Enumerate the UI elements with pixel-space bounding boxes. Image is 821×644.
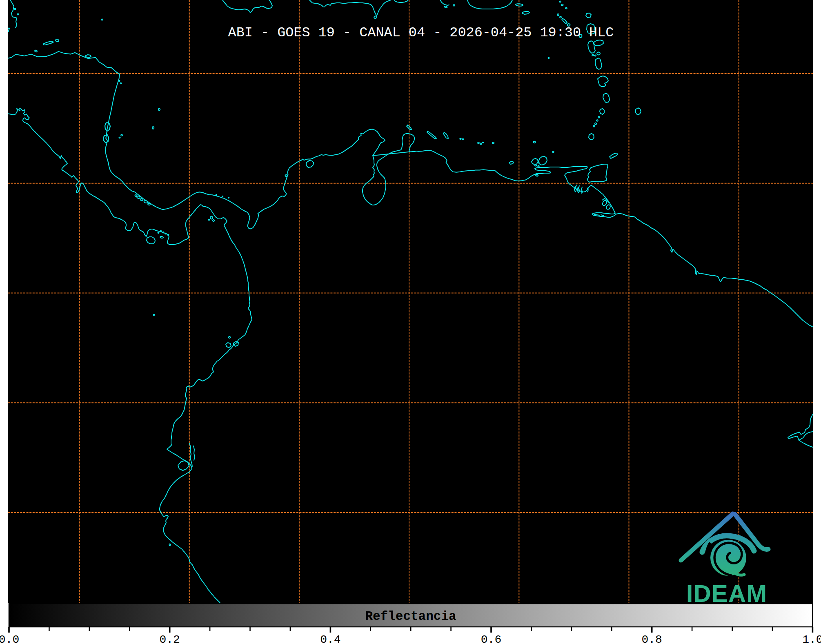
svg-text:0.6: 0.6	[481, 633, 501, 644]
svg-text:0.2: 0.2	[159, 633, 180, 644]
svg-text:0.8: 0.8	[641, 633, 662, 644]
svg-text:1.0: 1.0	[802, 633, 821, 644]
svg-text:ABI - GOES 19 - CANAL 04 - 202: ABI - GOES 19 - CANAL 04 - 2026-04-25 19…	[228, 25, 614, 40]
svg-text:0.4: 0.4	[320, 633, 340, 644]
svg-text:Reflectancia: Reflectancia	[365, 609, 456, 624]
svg-text:0.0: 0.0	[0, 633, 19, 644]
